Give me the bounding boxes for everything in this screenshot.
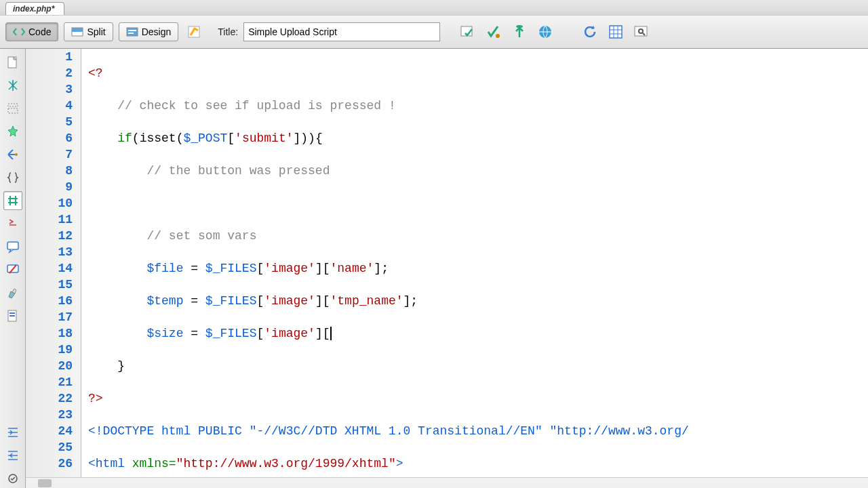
table-icon[interactable] <box>606 22 626 42</box>
css-tool-icon[interactable] <box>3 76 22 95</box>
check-icon[interactable] <box>458 22 478 42</box>
code-view-label: Code <box>28 26 51 37</box>
svg-rect-14 <box>8 104 18 106</box>
side-toolbar <box>0 49 26 488</box>
svg-rect-21 <box>9 315 15 317</box>
line-gutter: 1234567891011121314151617181920212223242… <box>26 49 81 488</box>
title-label: Title: <box>218 26 238 37</box>
globe-icon[interactable] <box>535 22 555 42</box>
split-icon <box>71 27 83 37</box>
title-input[interactable] <box>243 22 440 41</box>
comment-tool-icon[interactable] <box>3 237 22 256</box>
svg-rect-2 <box>127 28 138 36</box>
svg-rect-15 <box>8 108 18 113</box>
text-cursor <box>330 327 332 340</box>
highlight-tool-icon[interactable] <box>3 283 22 302</box>
horizontal-scrollbar[interactable] <box>26 477 868 488</box>
hash-tool-icon[interactable] <box>3 191 22 210</box>
document-tool-icon[interactable] <box>3 53 22 72</box>
svg-point-8 <box>516 25 523 28</box>
document-tab[interactable]: index.php* <box>5 2 64 15</box>
expand-tool-icon[interactable] <box>3 214 22 233</box>
document-tab-bar: index.php* <box>0 0 868 15</box>
svg-rect-3 <box>128 30 136 31</box>
validate-icon[interactable] <box>484 22 504 42</box>
code-icon <box>13 27 25 37</box>
svg-rect-17 <box>7 242 18 249</box>
view-options-icon[interactable] <box>631 22 652 42</box>
svg-rect-4 <box>128 33 134 34</box>
code-editor[interactable]: 1234567891011121314151617181920212223242… <box>26 49 868 488</box>
main-toolbar: Code Split Design Title: <box>0 15 868 49</box>
outdent-tool-icon[interactable] <box>3 446 22 465</box>
scrollbar-thumb[interactable] <box>38 479 52 487</box>
navigate-tool-icon[interactable] <box>3 145 22 164</box>
refresh-icon[interactable] <box>184 22 204 42</box>
svg-rect-20 <box>9 312 15 314</box>
design-icon <box>126 27 138 37</box>
design-view-button[interactable]: Design <box>119 22 179 41</box>
collapse-tool-icon[interactable] <box>3 99 22 118</box>
design-view-label: Design <box>142 26 172 37</box>
code-view-button[interactable]: Code <box>5 22 58 41</box>
reload-icon[interactable] <box>580 22 600 42</box>
split-view-label: Split <box>87 26 105 37</box>
wrap-tool-icon[interactable] <box>3 469 22 488</box>
braces-tool-icon[interactable] <box>3 168 22 187</box>
star-tool-icon[interactable] <box>3 122 22 141</box>
indent-tool-icon[interactable] <box>3 423 22 442</box>
split-view-button[interactable]: Split <box>64 22 113 41</box>
comment-remove-icon[interactable] <box>3 260 22 279</box>
upload-icon[interactable] <box>509 22 530 42</box>
code-area[interactable]: <? // check to see if upload is pressed … <box>81 49 868 488</box>
svg-point-7 <box>496 34 500 38</box>
svg-point-16 <box>15 153 18 156</box>
snippet-tool-icon[interactable] <box>3 306 22 325</box>
svg-rect-1 <box>72 28 83 32</box>
svg-rect-10 <box>610 26 622 38</box>
